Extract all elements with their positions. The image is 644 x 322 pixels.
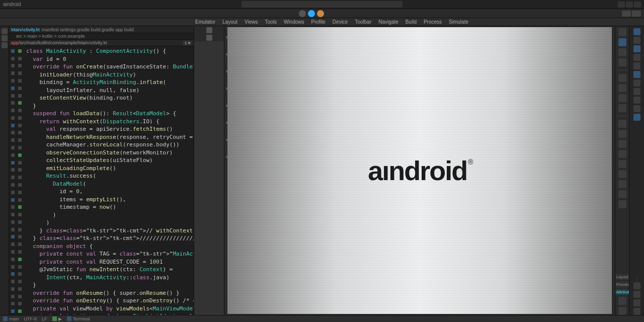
menu-item[interactable]: Views [245, 19, 258, 25]
breakpoint-well[interactable] [11, 168, 15, 172]
device-screen[interactable]: aındroid® [227, 27, 612, 314]
breakpoint-well[interactable] [11, 213, 15, 216]
more-icon[interactable] [618, 200, 626, 208]
breakpoint-well[interactable] [11, 243, 15, 246]
breakpoint-well[interactable] [11, 258, 15, 261]
side-label-attributes[interactable]: Attributes [615, 289, 629, 295]
breakpoint-well[interactable] [11, 295, 15, 298]
emu-minimize-button[interactable] [622, 11, 631, 17]
running-devices-icon[interactable] [633, 45, 640, 52]
breakpoint-well[interactable] [11, 64, 15, 67]
titlebar-search[interactable] [242, 1, 403, 8]
pan-icon[interactable] [618, 104, 626, 112]
editor-tabs-rest[interactable]: manifest settings.gradle build.gradle ap… [42, 27, 134, 32]
menu-item[interactable]: Build [406, 19, 417, 25]
breakpoint-well[interactable] [11, 287, 15, 291]
breakpoint-well[interactable] [11, 235, 15, 238]
notifications-icon[interactable] [633, 97, 640, 104]
breakpoint-well[interactable] [11, 302, 15, 305]
more-tools-icon[interactable]: ⋮ [634, 275, 639, 281]
power-icon[interactable] [618, 150, 626, 158]
logcat-icon[interactable] [633, 88, 640, 95]
menu-item[interactable]: Layout [222, 19, 237, 25]
component-tree-icon[interactable] [618, 38, 626, 46]
app-inspection-icon[interactable] [633, 71, 640, 78]
home-icon[interactable] [618, 180, 626, 188]
code-body[interactable]: class MainActivity : ComponentActivity()… [9, 46, 194, 315]
preview-settings-icon[interactable] [206, 35, 212, 41]
breakpoint-well[interactable] [11, 131, 15, 134]
breakpoint-well[interactable] [11, 87, 15, 90]
breakpoint-well[interactable] [11, 176, 15, 179]
breakpoint-well[interactable] [11, 220, 15, 224]
breakpoint-well[interactable] [11, 49, 15, 53]
menu-item[interactable]: Tools [265, 19, 277, 25]
settings-icon[interactable] [618, 297, 626, 305]
menu-item[interactable]: Toolbar [355, 19, 371, 25]
record-icon[interactable] [618, 140, 626, 148]
breakpoint-well[interactable] [11, 116, 15, 120]
attributes-icon[interactable] [618, 48, 626, 56]
run-button[interactable] [308, 10, 315, 17]
menu-item[interactable]: Profile [311, 19, 325, 25]
zoom-out-icon[interactable] [618, 84, 626, 92]
breakpoint-well[interactable] [11, 272, 15, 276]
problems-badge[interactable]: 1 ▾ [183, 41, 192, 45]
status-terminal[interactable]: Terminal [67, 316, 90, 321]
menu-item[interactable]: Navigate [378, 19, 398, 25]
breakpoint-well[interactable] [11, 228, 15, 231]
breakpoint-well[interactable] [11, 57, 15, 60]
problems-icon[interactable] [633, 105, 640, 112]
volume-icon[interactable] [618, 160, 626, 168]
device-manager-icon[interactable] [633, 37, 640, 44]
maximize-button[interactable] [626, 2, 633, 8]
breakpoint-well[interactable] [11, 205, 15, 209]
gradle-tool-icon[interactable] [633, 28, 640, 35]
breakpoint-well[interactable] [11, 146, 15, 149]
menu-item[interactable]: Windows [284, 19, 304, 25]
code-text[interactable]: class MainActivity : ComponentActivity()… [24, 46, 194, 315]
breakpoint-well[interactable] [11, 94, 15, 98]
breakpoint-well[interactable] [11, 280, 15, 283]
breakpoint-well[interactable] [11, 250, 15, 254]
zoom-in-icon[interactable] [618, 74, 626, 82]
close-button[interactable] [634, 2, 641, 8]
breakpoint-well[interactable] [11, 191, 15, 194]
structure-tool-icon[interactable] [2, 35, 8, 41]
breadcrumb[interactable]: src > main > kotlin > com.example [9, 33, 194, 40]
terminal-icon[interactable] [633, 114, 640, 121]
float-icon[interactable] [633, 299, 640, 306]
options-icon[interactable] [633, 308, 640, 315]
breakpoint-well[interactable] [11, 309, 15, 313]
editor-tab-active[interactable]: MainActivity.kt [11, 27, 40, 32]
rotate-icon[interactable] [618, 120, 626, 128]
menu-item[interactable]: Simulate [449, 19, 468, 25]
dock-icon[interactable] [633, 291, 640, 298]
minimize-button[interactable] [618, 2, 625, 8]
debug-button[interactable] [317, 10, 324, 17]
side-label-preview[interactable]: Preview [615, 282, 629, 287]
status-branch[interactable]: main [3, 316, 19, 321]
breakpoint-well[interactable] [11, 161, 15, 165]
preview-refresh-icon[interactable] [206, 27, 212, 33]
breakpoint-well[interactable] [11, 101, 15, 105]
breakpoint-well[interactable] [11, 183, 15, 187]
bookmarks-tool-icon[interactable] [2, 42, 8, 48]
zoom-fit-icon[interactable] [618, 94, 626, 102]
breakpoint-well[interactable] [11, 124, 15, 127]
collapse-rail-icon[interactable] [633, 282, 640, 289]
resource-manager-icon[interactable] [633, 54, 640, 61]
palette-icon[interactable] [618, 28, 626, 36]
menu-item[interactable]: Process [424, 19, 442, 25]
breakpoint-well[interactable] [11, 138, 15, 142]
build-variants-icon[interactable] [633, 79, 640, 87]
breakpoint-well[interactable] [11, 71, 15, 75]
profiler-icon[interactable] [633, 62, 640, 69]
side-label-layout[interactable]: Layout [615, 274, 629, 280]
menu-item[interactable]: Device [333, 19, 348, 25]
screenshot-icon[interactable] [618, 130, 626, 138]
status-run[interactable]: ▶ [52, 316, 62, 321]
project-tool-icon[interactable] [2, 28, 8, 34]
breakpoint-well[interactable] [11, 79, 15, 83]
emu-maximize-button[interactable] [632, 11, 641, 17]
